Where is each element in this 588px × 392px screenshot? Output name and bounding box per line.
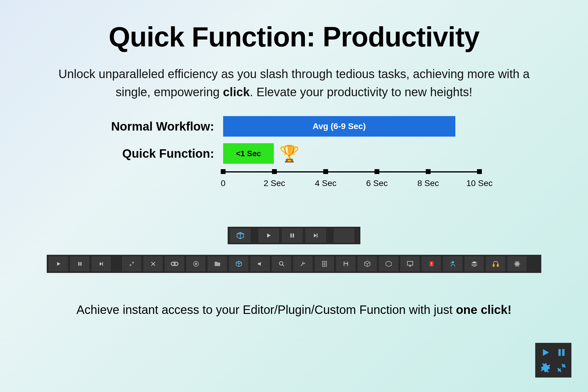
layers-button[interactable] [464, 256, 484, 271]
row-label-normal: Normal Workflow: [78, 120, 223, 133]
cube-outline-button[interactable] [378, 256, 399, 271]
gear-icon [538, 361, 552, 375]
pause-button[interactable] [70, 256, 90, 271]
play-button[interactable] [258, 228, 280, 243]
tick-label: 6 Sec [366, 179, 388, 188]
svg-point-10 [279, 262, 283, 265]
person-button[interactable] [443, 256, 463, 271]
footer-pre: Achieve instant access to your Editor/Pl… [77, 303, 456, 316]
subtitle-bold: click [223, 85, 250, 99]
axis: 0 2 Sec 4 Sec 6 Sec 8 Sec 10 Sec [223, 171, 479, 191]
list-button[interactable] [314, 256, 334, 271]
svg-point-8 [175, 263, 177, 265]
pause-icon [554, 346, 568, 359]
footer-bold: one click! [456, 303, 512, 316]
tick [375, 169, 379, 174]
svg-rect-1 [293, 233, 294, 237]
svg-rect-3 [78, 262, 79, 266]
tick-label: 8 Sec [417, 179, 439, 188]
cube-button[interactable] [357, 256, 377, 271]
svg-point-16 [452, 261, 454, 263]
x-button[interactable] [143, 256, 163, 271]
pause-button[interactable] [281, 228, 303, 243]
play-icon [538, 346, 552, 359]
play-button[interactable] [48, 256, 68, 271]
svg-rect-24 [562, 349, 564, 356]
page-subtitle: Unlock unparalleled efficiency as you sl… [0, 53, 588, 101]
tick [272, 169, 277, 174]
tick [426, 169, 431, 174]
tools-button[interactable] [122, 256, 142, 271]
svg-point-22 [517, 263, 518, 264]
folder-button[interactable] [207, 256, 227, 271]
save-button[interactable] [336, 256, 356, 271]
tick-label: 4 Sec [315, 179, 337, 188]
bar-quick-function: <1 Sec [223, 143, 274, 164]
svg-rect-17 [493, 264, 494, 267]
svg-rect-13 [344, 264, 347, 266]
bar-normal-workflow: Avg (6-9 Sec) [223, 116, 455, 137]
footer-text: Achieve instant access to your Editor/Pl… [0, 303, 588, 317]
branch-button[interactable] [293, 256, 313, 271]
comparison-chart: Normal Workflow: Avg (6-9 Sec) Quick Fun… [0, 116, 588, 164]
search-button[interactable] [271, 256, 292, 271]
tools-icon [554, 361, 568, 375]
svg-rect-0 [290, 233, 292, 237]
trophy-icon: 🏆 [279, 144, 299, 163]
page-title: Quick Function: Productivity [0, 0, 588, 53]
svg-rect-23 [558, 349, 561, 356]
vr-button[interactable] [164, 256, 185, 271]
large-toolbar [47, 255, 541, 273]
next-button[interactable] [91, 256, 111, 271]
package-button[interactable] [229, 256, 249, 271]
small-toolbar [228, 227, 360, 244]
tick [477, 169, 482, 174]
monitor-button[interactable] [400, 256, 420, 271]
tick-label: 0 [221, 179, 226, 188]
tick-label: 10 Sec [466, 179, 492, 188]
sound-button[interactable] [250, 256, 270, 271]
row-label-quick: Quick Function: [78, 147, 223, 160]
svg-rect-5 [102, 262, 103, 266]
svg-point-7 [172, 263, 174, 265]
headphones-button[interactable] [485, 256, 506, 271]
tools-button[interactable] [333, 228, 355, 243]
svg-rect-4 [80, 262, 81, 266]
package-button[interactable] [229, 228, 251, 243]
subtitle-post: . Elevate your productivity to new heigh… [250, 85, 472, 99]
power-button[interactable] [186, 256, 206, 271]
atom-button[interactable] [507, 256, 527, 271]
svg-rect-18 [497, 264, 498, 267]
next-button[interactable] [305, 228, 327, 243]
corner-badge [535, 343, 571, 378]
alert-button[interactable] [421, 256, 441, 271]
svg-rect-2 [317, 233, 318, 237]
tick [221, 169, 226, 174]
svg-rect-12 [344, 262, 347, 263]
tick [323, 169, 328, 174]
tick-label: 2 Sec [264, 179, 285, 188]
svg-rect-14 [407, 261, 413, 265]
